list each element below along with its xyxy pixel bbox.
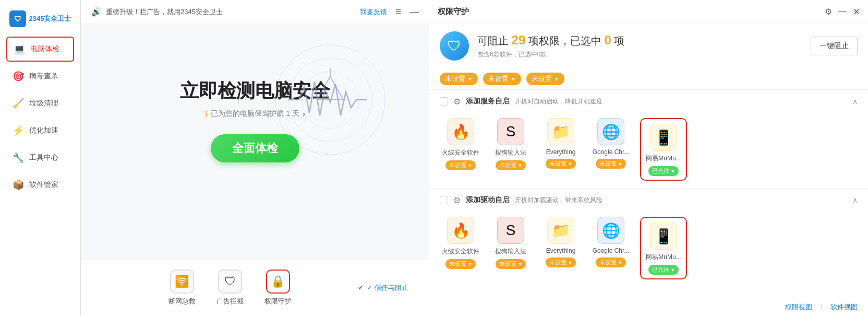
section-collapse-driver-startup[interactable]: ∧	[852, 196, 858, 204]
sidebar-item-trash-clean[interactable]: 🧹垃圾清理	[6, 91, 74, 116]
sidebar-label-computer-check: 电脑体检	[30, 44, 59, 54]
section-collapse-service-startup[interactable]: ∧	[852, 97, 858, 106]
app-status-label-0-4: 已允许	[652, 167, 669, 175]
right-header-title: 可阻止 29 项权限，已选中 0 项	[477, 33, 802, 48]
tool-ad-block[interactable]: 🛡广告拦截	[216, 270, 244, 306]
app-status-pill-0-2[interactable]: 未设置 ▼	[546, 159, 576, 169]
app-icon-0-2: 📁	[547, 118, 574, 145]
app-item-0-2: 📁 Everything 未设置 ▼	[540, 118, 582, 181]
pill-arrow-0: ▼	[467, 76, 473, 82]
one-click-button[interactable]: 一键阻止	[811, 37, 858, 55]
status-pill-0[interactable]: 未设置▼	[440, 73, 478, 85]
tool-label-network-rescue: 断网急救	[168, 297, 196, 306]
app-status-pill-0-1[interactable]: 未设置 ▼	[496, 160, 526, 170]
app-status-label-1-4: 已允许	[652, 266, 669, 274]
app-status-pill-1-0[interactable]: 未设置 ▼	[445, 259, 476, 269]
sidebar-label-tool-center: 工具中心	[29, 153, 58, 162]
pill-arrow-1: ▼	[511, 76, 516, 82]
app-name-1-3: Google Chr...	[593, 247, 630, 254]
sidebar-icon-software-mgr: 📦	[13, 179, 24, 191]
app-status-pill-0-4[interactable]: 已允许 ▼	[648, 166, 679, 176]
trust-label: ✓ 信任与阻止	[367, 283, 408, 292]
app-icon-1-0: 🔥	[447, 217, 474, 244]
section-checkbox-driver-startup[interactable]	[440, 196, 448, 204]
info-icon: ℹ	[205, 110, 208, 118]
circle-visual	[262, 40, 398, 160]
app-status-pill-1-3[interactable]: 未设置 ▼	[596, 258, 626, 267]
app-name-1-1: 搜狗输入法	[495, 247, 526, 256]
app-item-1-1: S 搜狗输入法 未设置 ▼	[490, 217, 532, 279]
top-bar-ad: 🔊 重磅升级！拦广告，就用2345安全卫士	[91, 7, 223, 17]
trust-block[interactable]: ✔ ✓ 信任与阻止	[358, 283, 408, 292]
minimize-button[interactable]: —	[838, 7, 847, 17]
speaker-icon: 🔊	[91, 7, 102, 17]
top-bar-controls: 我要反馈 ≡ —	[360, 6, 419, 17]
sidebar-item-optimize[interactable]: ⚡优化加速	[6, 118, 74, 143]
feedback-link[interactable]: 我要反馈	[360, 7, 387, 17]
section-gear-icon-service-startup: ⚙	[453, 97, 461, 107]
app-status-arrow-1-4: ▼	[671, 267, 676, 273]
app-status-label-0-1: 未设置	[499, 161, 516, 169]
app-status-arrow-0-4: ▼	[671, 169, 676, 174]
apps-row-1: 🔥 火绒安全软件 未设置 ▼ S 搜狗输入法 未设置 ▼ 📁 Everythin…	[440, 212, 858, 287]
tool-network-rescue[interactable]: 🛜断网急救	[168, 270, 196, 306]
section-driver-startup: ⚙ 添加驱动自启 开机时加载驱动，带来系统风险 ∧ 🔥 火绒安全软件 未设置 ▼…	[429, 189, 868, 287]
app-status-arrow-1-2: ▼	[568, 260, 573, 265]
right-panel: 权限守护 ⚙ — ✕ 🛡 可阻止 29 项权限，已选中 0 项 包含6款软件，已…	[429, 0, 868, 316]
tool-perm-guard[interactable]: 🔒权限守护	[264, 270, 292, 306]
app-status-pill-1-4[interactable]: 已允许 ▼	[648, 265, 679, 275]
app-status-arrow-1-1: ▼	[518, 262, 523, 267]
section-checkbox-service-startup[interactable]	[440, 97, 448, 106]
app-status-label-1-3: 未设置	[599, 259, 617, 266]
app-item-0-1: S 搜狗输入法 未设置 ▼	[490, 118, 532, 181]
right-top-bar: 权限守护 ⚙ — ✕	[429, 0, 868, 24]
sidebar-item-software-mgr[interactable]: 📦软件管家	[6, 172, 74, 197]
title-suffix: 项	[614, 35, 624, 46]
right-header: 🛡 可阻止 29 项权限，已选中 0 项 包含6款软件，已选中0款 一键阻止	[429, 24, 868, 68]
section-header-driver-startup: ⚙ 添加驱动自启 开机时加载驱动，带来系统风险 ∧	[440, 189, 858, 212]
ad-text: 重磅升级！拦广告，就用2345安全卫士	[106, 7, 223, 17]
app-status-pill-1-1[interactable]: 未设置 ▼	[496, 259, 526, 269]
app-status-label-0-2: 未设置	[549, 160, 566, 168]
menu-icon[interactable]: ≡	[395, 6, 401, 17]
app-name-0-4: 网易MuMu...	[646, 154, 681, 163]
section-desc-driver-startup: 开机时加载驱动，带来系统风险	[515, 196, 602, 205]
app-status-label-1-2: 未设置	[549, 259, 566, 266]
app-status-arrow-0-2: ▼	[568, 161, 573, 167]
app-item-0-4: 📱 网易MuMu... 已允许 ▼	[640, 118, 687, 181]
app-status-pill-0-0[interactable]: 未设置 ▼	[445, 160, 476, 170]
app-icon-1-2: 📁	[547, 217, 574, 244]
section-title-driver-startup: 添加驱动自启	[466, 195, 510, 205]
app-status-arrow-0-1: ▼	[518, 163, 523, 168]
sidebar-item-computer-check[interactable]: 💻电脑体检	[6, 37, 74, 62]
section-title-service-startup: 添加服务自启	[466, 97, 510, 106]
close-button[interactable]: ✕	[853, 7, 860, 17]
status-pill-2[interactable]: 未设置▼	[526, 73, 564, 85]
sidebar-icon-virus-kill: 🎯	[13, 71, 24, 82]
sidebar-icon-optimize: ⚡	[13, 125, 24, 136]
title-prefix: 可阻止	[477, 35, 512, 46]
sidebar-icon-trash-clean: 🧹	[13, 98, 24, 109]
app-name-0-1: 搜狗输入法	[495, 148, 526, 157]
section-gear-icon-driver-startup: ⚙	[453, 195, 461, 205]
main-left-panel: 🔊 重磅升级！拦广告，就用2345安全卫士 我要反馈 ≡ — 立即检测电脑安全 …	[81, 0, 429, 316]
status-pill-1[interactable]: 未设置▼	[483, 73, 521, 85]
app-status-label-0-0: 未设置	[449, 161, 466, 169]
sidebar-item-tool-center[interactable]: 🔧工具中心	[6, 145, 74, 170]
sidebar-label-optimize: 优化加速	[29, 126, 58, 135]
minimize-icon[interactable]: —	[409, 6, 419, 17]
count-number: 29	[512, 33, 526, 47]
app-icon-0-0: 🔥	[447, 118, 474, 145]
app-name-1-4: 网易MuMu...	[646, 253, 681, 262]
sidebar-item-virus-kill[interactable]: 🎯病毒查杀	[6, 64, 74, 89]
bottom-link-0[interactable]: 权限视图	[785, 302, 812, 312]
shield-circle-icon: 🛡	[440, 31, 469, 61]
bottom-link-1[interactable]: 软件视图	[830, 302, 858, 312]
svg-marker-3	[317, 76, 343, 100]
app-status-pill-1-2[interactable]: 未设置 ▼	[546, 258, 576, 267]
app-status-pill-0-3[interactable]: 未设置 ▼	[596, 159, 626, 169]
title-mid: 项权限，已选中	[528, 35, 605, 46]
apps-row-0: 🔥 火绒安全软件 未设置 ▼ S 搜狗输入法 未设置 ▼ 📁 Everythin…	[440, 113, 858, 188]
pill-label-2: 未设置	[532, 74, 552, 84]
settings-icon[interactable]: ⚙	[825, 7, 832, 17]
